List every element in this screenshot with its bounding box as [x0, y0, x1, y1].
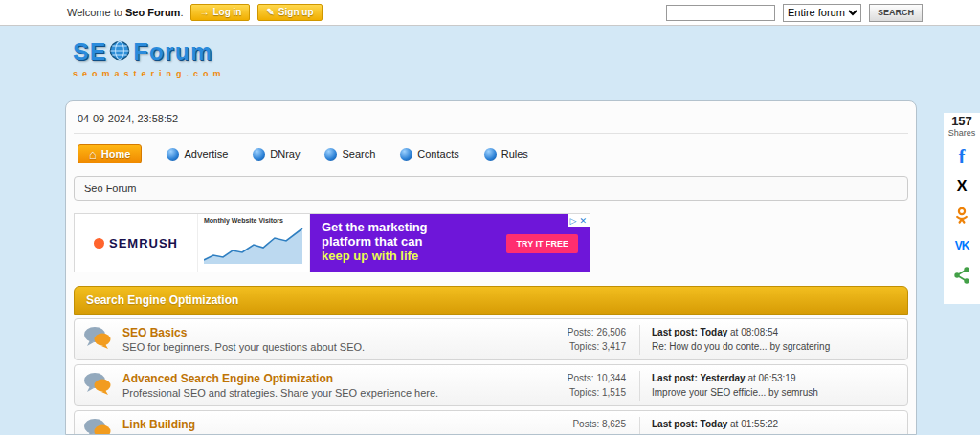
last-post-subject[interactable]: Improve your SEO efficie... by semrush	[652, 385, 900, 401]
breadcrumb-link[interactable]: Seo Forum	[84, 183, 136, 194]
odnoklassniki-share-icon[interactable]	[951, 206, 972, 227]
section-header[interactable]: Search Engine Optimization	[74, 286, 908, 315]
signup-label: Sign up	[278, 7, 314, 18]
ad-headline-2: platform that can	[322, 234, 503, 249]
forum-description: Professional SEO and strategies. Share y…	[122, 387, 531, 399]
share-more-icon[interactable]	[951, 265, 972, 286]
nav-item-rules[interactable]: Rules	[484, 148, 528, 161]
share-count: 157	[944, 115, 980, 128]
table-row: SEO Basics SEO for beginners. Post your …	[74, 318, 908, 360]
ad-advertiser-logo: SEMRUSH	[75, 214, 197, 272]
semrush-logo-icon	[94, 238, 104, 249]
forum-link[interactable]: Advanced Search Engine Optimization	[122, 372, 531, 385]
nav-item-search[interactable]: Search	[324, 148, 375, 161]
ad-controls: ▷ ✕	[568, 214, 590, 227]
forum-bubbles-icon	[82, 325, 122, 354]
search-button[interactable]: SEARCH	[869, 4, 923, 22]
nav-rules-label: Rules	[501, 148, 528, 160]
forum-posts: Posts: 26,506	[539, 325, 626, 340]
nav-dnray-label: DNray	[270, 148, 300, 160]
main-nav: ⌂ Home Advertise DNray Search Contacts R…	[74, 134, 908, 176]
contacts-icon	[400, 148, 412, 161]
forum-link[interactable]: SEO Basics	[122, 326, 531, 339]
welcome-text: Welcome to Seo Forum.	[67, 7, 183, 18]
ad-chart-block: Monthly Website Visitors	[197, 214, 310, 272]
last-post-subject[interactable]: Re: what are the differe... by trueframe	[652, 431, 900, 435]
forum-topics: Topics: 3,417	[539, 339, 626, 355]
signup-button[interactable]: ✎ Sign up	[257, 4, 322, 21]
forum-posts: Posts: 8,625	[539, 417, 626, 432]
nav-advertise-label: Advertise	[184, 148, 228, 160]
forum-description: SEO for beginners. Post your questions a…	[122, 341, 531, 353]
forum-stats: Posts: 26,506 Topics: 3,417	[539, 325, 639, 355]
forum-topics: Topics: 912	[539, 431, 626, 435]
site-logo[interactable]: SE Forum seomastering.com	[73, 38, 226, 78]
login-button[interactable]: → Log in	[190, 4, 250, 21]
nav-item-advertise[interactable]: Advertise	[167, 148, 228, 161]
forum-last-post: Last post: Today at 08:08:54 Re: How do …	[639, 325, 900, 355]
table-row: Link Building Link Building forum. Link …	[74, 410, 908, 435]
forum-stats: Posts: 8,625 Topics: 912	[539, 417, 639, 435]
login-label: Log in	[212, 7, 241, 18]
last-post-time: at 06:53:19	[746, 373, 796, 383]
rules-icon	[484, 148, 497, 161]
ad-message-block: Get the marketing platform that can keep…	[310, 214, 590, 272]
ad-headline-1: Get the marketing	[322, 220, 503, 234]
logo-text-forum: Forum	[133, 38, 212, 66]
ad-cta-button[interactable]: TRY IT FREE	[506, 234, 578, 253]
vk-share-icon[interactable]: VK	[951, 235, 972, 256]
forum-last-post: Last post: Yesterday at 06:53:19 Improve…	[639, 371, 900, 401]
forum-bubbles-icon	[82, 371, 122, 400]
facebook-share-icon[interactable]: f	[951, 146, 972, 167]
ad-chart-graphic	[204, 224, 303, 264]
ad-brand: SEMRUSH	[109, 236, 178, 250]
share-widget: 157 Shares f X VK	[944, 113, 980, 304]
forum-bubbles-icon	[82, 417, 122, 435]
search-scope-select[interactable]: Entire forum	[783, 4, 861, 22]
topbar: Welcome to Seo Forum. → Log in ✎ Sign up…	[0, 0, 980, 26]
forum-last-post: Last post: Today at 01:55:22 Re: what ar…	[639, 417, 900, 435]
main-panel: 04-09-2024, 23:58:52 ⌂ Home Advertise DN…	[65, 100, 917, 435]
login-icon: →	[199, 7, 209, 18]
nav-contacts-label: Contacts	[417, 148, 458, 160]
forum-posts: Posts: 10,344	[539, 371, 626, 386]
signup-icon: ✎	[266, 7, 274, 18]
last-post-time: at 08:08:54	[727, 327, 778, 337]
dnray-icon	[253, 148, 265, 161]
logo-domain: seomastering.com	[73, 69, 226, 78]
nav-home-label: Home	[101, 148, 131, 160]
ad-close-icon[interactable]: ✕	[579, 216, 587, 226]
search-input[interactable]	[666, 5, 775, 21]
adchoices-icon[interactable]: ▷	[570, 216, 577, 226]
breadcrumb[interactable]: Seo Forum	[74, 176, 908, 201]
nav-search-label: Search	[342, 148, 375, 160]
ad-chart-title: Monthly Website Visitors	[204, 217, 303, 224]
table-row: Advanced Search Engine Optimization Prof…	[74, 364, 908, 406]
search-icon	[324, 148, 337, 161]
share-count-label: Shares	[944, 128, 980, 138]
logo-text-se: SE	[73, 38, 106, 66]
ad-banner[interactable]: SEMRUSH Monthly Website Visitors Get the…	[74, 213, 590, 272]
ad-headline-3: keep up with life	[322, 249, 503, 263]
last-post-time: at 01:55:22	[727, 419, 778, 429]
home-icon: ⌂	[89, 149, 97, 160]
nav-item-home[interactable]: ⌂ Home	[78, 144, 142, 163]
nav-item-dnray[interactable]: DNray	[253, 148, 300, 161]
x-twitter-share-icon[interactable]: X	[951, 176, 972, 197]
globe-icon	[109, 40, 130, 65]
forum-stats: Posts: 10,344 Topics: 1,515	[539, 371, 639, 401]
last-post-when: Last post: Today	[652, 419, 727, 429]
last-post-when: Last post: Yesterday	[652, 373, 746, 383]
advertise-icon	[167, 148, 179, 161]
site-name: Seo Forum	[125, 7, 180, 18]
last-post-when: Last post: Today	[652, 327, 727, 337]
last-post-subject[interactable]: Re: How do you do conte... by sgrcaterin…	[652, 339, 900, 355]
forum-link[interactable]: Link Building	[122, 418, 531, 431]
forum-topics: Topics: 1,515	[539, 385, 626, 401]
nav-item-contacts[interactable]: Contacts	[400, 148, 458, 161]
datetime-text: 04-09-2024, 23:58:52	[74, 107, 908, 134]
